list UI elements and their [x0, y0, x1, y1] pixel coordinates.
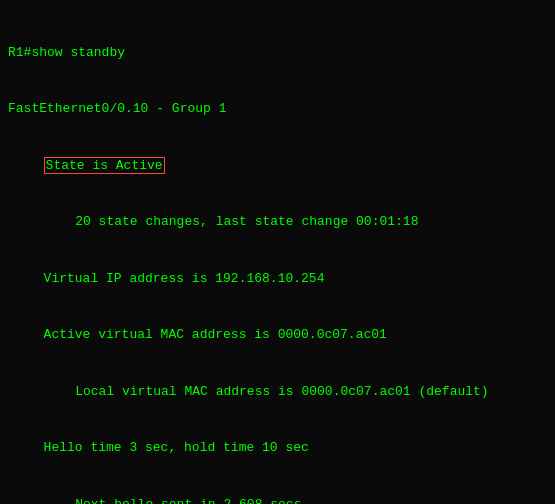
- group1-hello-time: Hello time 3 sec, hold time 10 sec: [8, 439, 547, 458]
- group1-header: FastEthernet0/0.10 - Group 1: [8, 100, 547, 119]
- group1-active-mac: Active virtual MAC address is 0000.0c07.…: [8, 326, 547, 345]
- group1-state-changes: 20 state changes, last state change 00:0…: [8, 213, 547, 232]
- group1-next-hello: Next hello sent in 2.608 secs: [8, 496, 547, 504]
- state-active-highlight: State is Active: [44, 157, 165, 174]
- prompt-line: R1#show standby: [8, 44, 547, 63]
- terminal-output: R1#show standby FastEthernet0/0.10 - Gro…: [8, 6, 547, 504]
- group1-state-active: State is Active: [8, 157, 547, 176]
- group1-virtual-ip: Virtual IP address is 192.168.10.254: [8, 270, 547, 289]
- group1-local-mac: Local virtual MAC address is 0000.0c07.a…: [8, 383, 547, 402]
